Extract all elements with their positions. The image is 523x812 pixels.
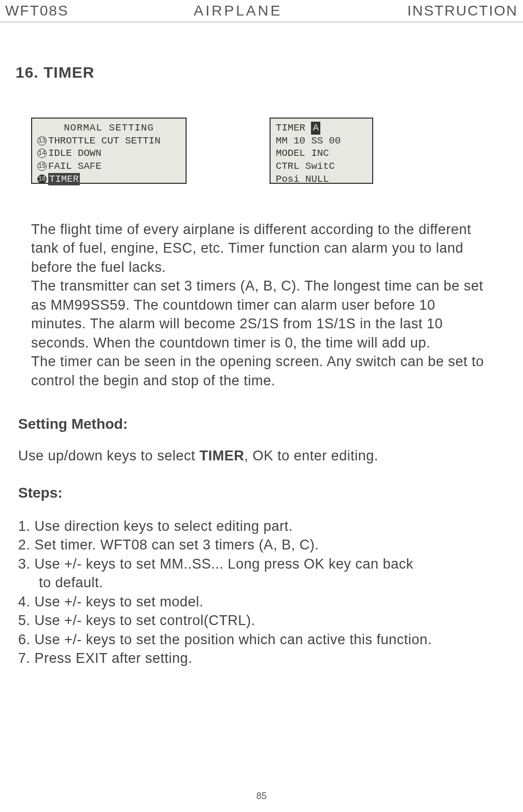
description-p3: The timer can be seen in the opening scr… xyxy=(31,352,492,390)
step-4: 4. Use +/- keys to set model. xyxy=(18,592,523,611)
step-3a: 3. Use +/- keys to set MM..SS... Long pr… xyxy=(18,555,523,573)
step-5: 5. Use +/- keys to set control(CTRL). xyxy=(18,611,523,630)
lcd-screen-menu: NORMAL SETTING 13THROTTLE CUT SETTIN 14I… xyxy=(31,118,187,184)
circled-16-icon: 16 xyxy=(37,175,47,184)
screen1-item16-text: TIMER xyxy=(48,173,80,186)
screen1-item15: 15FAIL SAFE xyxy=(37,160,180,173)
lcd-screen-timer: TIMER A MM 10 SS 00 MODEL INC CTRL SwitC… xyxy=(270,118,373,184)
description-p1: The flight time of every airplane is dif… xyxy=(31,220,492,277)
lcd-screenshots: NORMAL SETTING 13THROTTLE CUT SETTIN 14I… xyxy=(31,118,523,184)
screen1-item16-selected: 16TIMER xyxy=(37,173,180,186)
page-header: WFT08S AIRPLANE INSTRUCTION xyxy=(0,0,523,22)
steps-list: 1. Use direction keys to select editing … xyxy=(18,517,523,668)
screen2-line5: Posi NULL xyxy=(276,173,367,186)
step-2: 2. Set timer. WFT08 can set 3 timers (A,… xyxy=(18,535,523,554)
screen1-item13-text: THROTTLE CUT SETTIN xyxy=(48,135,161,147)
screen1-title: NORMAL SETTING xyxy=(37,122,180,135)
screen2-line4: CTRL SwitC xyxy=(276,160,367,173)
section-title: 16. TIMER xyxy=(16,64,523,81)
circled-14-icon: 14 xyxy=(37,149,47,158)
setting-method-title: Setting Method: xyxy=(18,416,523,432)
screen1-item14: 14IDLE DOWN xyxy=(37,147,180,160)
timer-label: TIMER xyxy=(276,122,311,134)
step-3b: to default. xyxy=(18,573,523,592)
step-1: 1. Use direction keys to select editing … xyxy=(18,517,523,535)
screen2-line2: MM 10 SS 00 xyxy=(276,135,367,148)
screen1-item13: 13THROTTLE CUT SETTIN xyxy=(37,135,180,148)
header-center: AIRPLANE xyxy=(194,3,282,19)
step-7: 7. Press EXIT after setting. xyxy=(18,649,523,668)
page-number: 85 xyxy=(256,791,266,802)
steps-title: Steps: xyxy=(18,485,523,501)
description-p2: The transmitter can set 3 timers (A, B, … xyxy=(31,277,492,352)
header-right: INSTRUCTION xyxy=(407,3,518,19)
method-text-before: Use up/down keys to select xyxy=(18,448,200,463)
circled-13-icon: 13 xyxy=(37,136,47,146)
screen1-item15-text: FAIL SAFE xyxy=(48,161,102,172)
screen1-item14-text: IDLE DOWN xyxy=(48,148,102,159)
header-left: WFT08S xyxy=(5,3,68,19)
timer-value-highlighted: A xyxy=(311,122,320,135)
method-text-after: , OK to enter editing. xyxy=(244,448,378,463)
method-text-bold: TIMER xyxy=(200,448,245,463)
circled-15-icon: 15 xyxy=(37,162,47,171)
setting-method-text: Use up/down keys to select TIMER, OK to … xyxy=(18,448,523,464)
step-6: 6. Use +/- keys to set the position whic… xyxy=(18,630,523,649)
screen2-line1: TIMER A xyxy=(276,122,367,135)
description-text: The flight time of every airplane is dif… xyxy=(31,220,492,390)
screen2-line3: MODEL INC xyxy=(276,147,367,160)
